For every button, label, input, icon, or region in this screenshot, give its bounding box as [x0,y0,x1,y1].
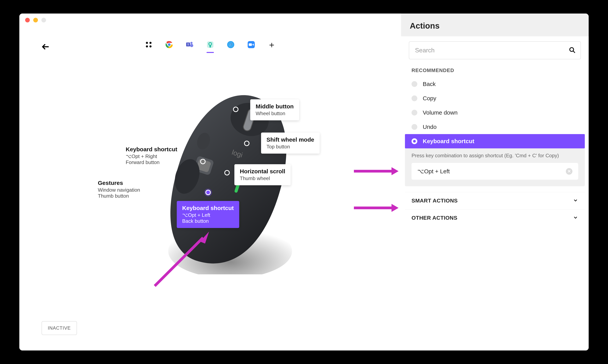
svg-rect-20 [249,43,252,46]
tab-chrome[interactable] [165,40,174,49]
callout-sub: ⌥Opt + Left [182,212,234,218]
callout-sub2: Forward button [126,159,177,165]
callout-thumb-button[interactable]: Gestures Window navigation Thumb button [98,180,140,199]
action-label: Copy [423,95,436,102]
svg-point-2 [149,42,152,44]
chrome-icon [165,40,174,49]
radio-icon [412,95,417,101]
expander-label: SMART ACTIONS [412,198,458,204]
clear-shortcut-button[interactable]: ✕ [566,168,572,175]
hotspot-thumb-wheel[interactable] [224,170,230,175]
callout-title: Keyboard shortcut [182,205,234,211]
smart-actions-expander[interactable]: SMART ACTIONS [405,192,585,209]
teams-icon: T [186,40,194,49]
svg-line-39 [573,51,575,53]
device-diagram: logi Middle button Wheel button [93,75,354,288]
add-app-button[interactable]: ＋ [267,40,276,49]
zoom-window-button[interactable] [41,18,46,22]
callout-sub2: Back button [182,218,234,224]
svg-point-10 [190,42,193,44]
tab-logi-options[interactable] [206,40,215,49]
action-label: Volume down [423,109,458,116]
svg-point-1 [146,42,148,44]
radio-icon [412,81,417,87]
grid-icon [145,40,153,49]
shortcut-hint: Press key combination to assign shortcut… [412,153,578,159]
callout-middle-button[interactable]: Middle button Wheel button [250,99,299,120]
plus-icon: ＋ [268,39,276,51]
tab-safari[interactable] [226,40,235,49]
close-icon: ✕ [567,169,571,174]
actions-panel: Actions RECOMMENDED Back Copy Volume dow… [401,13,589,351]
svg-point-38 [570,48,574,52]
search-icon [569,47,576,54]
hotspot-thumb-button[interactable] [167,187,173,193]
action-keyboard-shortcut[interactable]: Keyboard shortcut [405,134,585,148]
hotspot-forward-button[interactable] [200,159,205,164]
svg-marker-35 [392,204,398,212]
annotation-arrow-2 [354,202,398,214]
expander-label: OTHER ACTIONS [412,215,457,221]
minimize-window-button[interactable] [33,18,38,22]
logi-icon [206,40,215,49]
callout-top-button[interactable]: Shift wheel mode Top button [261,132,320,154]
hotspot-top-button[interactable] [244,141,249,146]
main-panel: T ＋ [19,13,401,351]
radio-selected-icon [412,138,417,144]
actions-header: Actions [401,13,589,36]
chevron-down-icon [573,198,578,204]
close-window-button[interactable] [25,18,30,22]
radio-icon [412,124,417,130]
app-profile-tabs: T ＋ [144,40,276,49]
hotspot-back-button[interactable] [205,190,211,195]
inactive-label: INACTIVE [48,325,71,331]
callout-sub: ⌥Opt + Right [126,153,177,159]
back-button[interactable] [41,42,50,53]
window-controls [25,18,46,22]
action-label: Keyboard shortcut [423,138,474,144]
app-window: T ＋ [19,13,589,351]
callout-title: Middle button [256,103,294,110]
tab-all-apps[interactable] [144,40,153,49]
radio-icon [412,110,417,116]
tab-teams[interactable]: T [185,40,194,49]
other-actions-expander[interactable]: OTHER ACTIONS [405,209,585,226]
action-volume-down[interactable]: Volume down [405,105,585,120]
actions-title: Actions [410,21,580,30]
svg-marker-33 [392,167,398,175]
callout-title: Keyboard shortcut [126,146,177,153]
callout-sub2: Thumb button [98,193,140,199]
callout-sub: Top button [267,144,314,150]
callout-title: Shift wheel mode [267,136,314,143]
callout-thumb-wheel[interactable]: Horizontal scroll Thumb wheel [234,164,291,185]
callout-title: Horizontal scroll [240,168,285,175]
svg-rect-14 [209,45,211,48]
action-undo[interactable]: Undo [405,120,585,134]
chevron-down-icon [573,215,578,221]
svg-rect-11 [190,44,193,47]
action-label: Back [423,81,436,87]
search-wrap [409,41,581,59]
shortcut-editor: Press key combination to assign shortcut… [405,148,585,186]
callout-back-button[interactable]: Keyboard shortcut ⌥Opt + Left Back butto… [177,201,239,228]
action-label: Undo [423,124,437,130]
shortcut-value: ⌥Opt + Left [417,168,450,175]
callout-title: Gestures [98,180,140,186]
actions-body: RECOMMENDED Back Copy Volume down Undo K… [401,36,589,351]
callout-sub: Wheel button [256,111,294,117]
shortcut-field[interactable]: ⌥Opt + Left ✕ [412,163,578,180]
annotation-arrow-1 [354,165,398,177]
inactive-button[interactable]: INACTIVE [41,321,77,335]
callout-forward-button[interactable]: Keyboard shortcut ⌥Opt + Right Forward b… [126,146,177,165]
safari-icon [227,40,235,49]
tab-zoom[interactable] [247,40,256,49]
callout-sub: Thumb wheel [240,175,285,182]
recommended-label: RECOMMENDED [405,66,585,77]
svg-point-3 [146,45,148,48]
hotspot-middle-button[interactable] [233,107,238,112]
svg-point-4 [149,45,152,48]
action-back[interactable]: Back [405,77,585,91]
zoom-icon [247,40,256,49]
search-input[interactable] [409,41,581,59]
action-copy[interactable]: Copy [405,91,585,105]
